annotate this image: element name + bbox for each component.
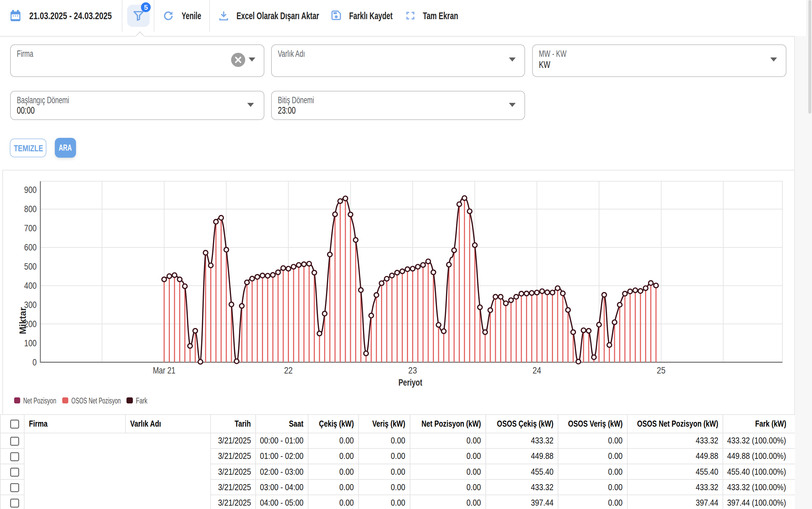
svg-text:400: 400 [24, 280, 37, 291]
svg-text:24: 24 [532, 365, 541, 376]
svg-text:0: 0 [32, 357, 37, 368]
svg-text:25: 25 [657, 365, 666, 376]
svg-text:100: 100 [24, 338, 37, 348]
svg-text:500: 500 [24, 261, 37, 272]
svg-text:23: 23 [408, 365, 417, 376]
svg-text:600: 600 [24, 242, 37, 253]
svg-text:22: 22 [284, 365, 293, 376]
svg-text:800: 800 [24, 204, 37, 214]
svg-text:Miktar: Miktar [18, 307, 28, 334]
svg-text:900: 900 [24, 185, 37, 195]
svg-text:700: 700 [24, 223, 37, 234]
svg-text:Periyot: Periyot [398, 378, 422, 387]
svg-text:Mar 21: Mar 21 [153, 365, 175, 376]
